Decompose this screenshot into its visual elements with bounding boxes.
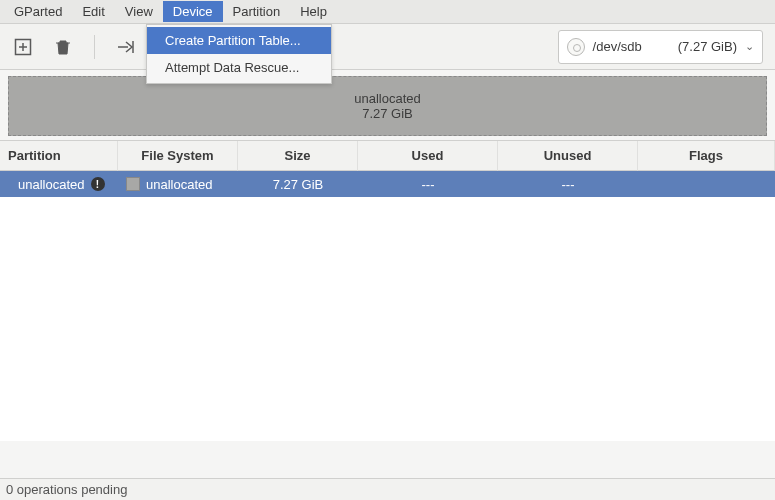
chevron-down-icon: ⌄ <box>745 40 754 53</box>
diskmap-size: 7.27 GiB <box>362 106 413 121</box>
new-partition-button[interactable] <box>12 36 34 58</box>
menu-help[interactable]: Help <box>290 1 337 22</box>
disk-map-unallocated[interactable]: unallocated 7.27 GiB <box>8 76 767 136</box>
status-text: 0 operations pending <box>6 482 127 497</box>
device-path: /dev/sdb <box>593 39 642 54</box>
partition-table-body: unallocated ! unallocated 7.27 GiB --- -… <box>0 171 775 441</box>
device-dropdown: Create Partition Table... Attempt Data R… <box>146 24 332 84</box>
table-row[interactable]: unallocated ! unallocated 7.27 GiB --- -… <box>0 171 775 197</box>
header-unused[interactable]: Unused <box>498 141 638 171</box>
disk-map-container: unallocated 7.27 GiB <box>0 70 775 140</box>
row-unused: --- <box>498 177 638 192</box>
row-filesystem: unallocated <box>146 177 213 192</box>
menubar: GParted Edit View Device Partition Help … <box>0 0 775 24</box>
new-icon <box>14 38 32 56</box>
status-bar: 0 operations pending <box>0 478 775 500</box>
header-flags[interactable]: Flags <box>638 141 775 171</box>
warning-icon: ! <box>91 177 105 191</box>
trash-icon <box>54 38 72 56</box>
menu-view[interactable]: View <box>115 1 163 22</box>
toolbar-separator <box>94 35 95 59</box>
menu-attempt-data-rescue[interactable]: Attempt Data Rescue... <box>147 54 331 81</box>
filesystem-swatch <box>126 177 140 191</box>
row-used: --- <box>358 177 498 192</box>
header-partition[interactable]: Partition <box>0 141 118 171</box>
row-partition-name: unallocated <box>18 177 85 192</box>
menu-gparted[interactable]: GParted <box>4 1 72 22</box>
apply-arrow-icon <box>116 38 136 56</box>
delete-button[interactable] <box>52 36 74 58</box>
diskmap-label: unallocated <box>354 91 421 106</box>
toolbar: /dev/sdb (7.27 GiB) ⌄ <box>0 24 775 70</box>
menu-create-partition-table[interactable]: Create Partition Table... <box>147 27 331 54</box>
menu-edit[interactable]: Edit <box>72 1 114 22</box>
device-size: (7.27 GiB) <box>678 39 737 54</box>
device-selector[interactable]: /dev/sdb (7.27 GiB) ⌄ <box>558 30 763 64</box>
row-size: 7.27 GiB <box>238 177 358 192</box>
header-used[interactable]: Used <box>358 141 498 171</box>
menu-partition[interactable]: Partition <box>223 1 291 22</box>
header-filesystem[interactable]: File System <box>118 141 238 171</box>
header-size[interactable]: Size <box>238 141 358 171</box>
disk-icon <box>567 38 585 56</box>
apply-button[interactable] <box>115 36 137 58</box>
partition-table-header: Partition File System Size Used Unused F… <box>0 140 775 171</box>
menu-device[interactable]: Device <box>163 1 223 22</box>
